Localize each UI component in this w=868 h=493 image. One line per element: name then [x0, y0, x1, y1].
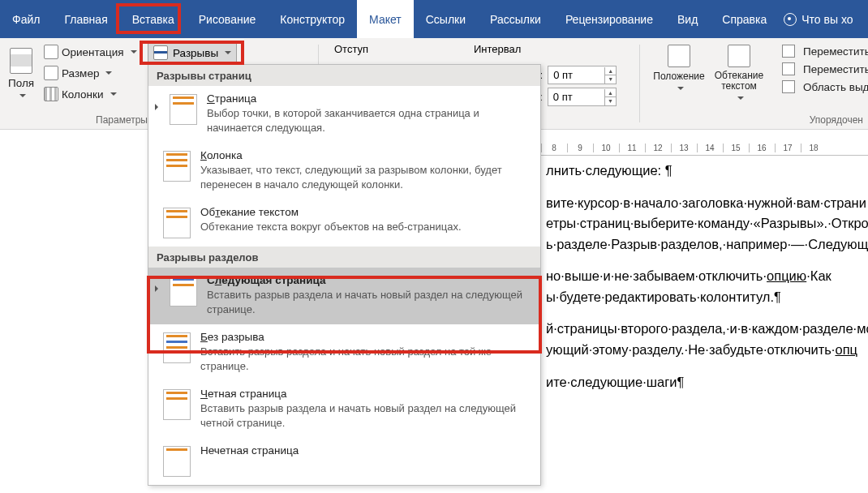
send-backward-icon	[782, 62, 795, 75]
page-break-icon	[170, 94, 197, 125]
tab-insert[interactable]: Вставка	[120, 0, 187, 38]
section-even-desc: Вставить разрыв раздела и начать новый р…	[200, 401, 529, 430]
column-break-icon	[163, 151, 191, 182]
wrap-label: Обтекание текстом	[715, 71, 763, 92]
position-label: Положение	[653, 71, 704, 82]
orientation-button[interactable]: Ориентация	[39, 43, 142, 61]
tab-draw[interactable]: Рисование	[187, 0, 269, 38]
section-continuous-desc: Вставить разрыв раздела и начать новый р…	[200, 345, 529, 373]
doc-line: ите·следующие·шаги¶	[546, 372, 868, 393]
doc-line: но·выше·и·не·забываем·отключить·опцию·Ка…	[546, 266, 868, 307]
section-odd-page[interactable]: Нечетная страница	[148, 438, 540, 485]
break-page-title: Страница	[207, 92, 529, 105]
indent-heading: Отступ	[334, 43, 368, 55]
bring-forward-icon	[782, 45, 795, 58]
section-even-title: Четная страница	[200, 388, 529, 400]
breaks-dropdown: Разрывы страниц Страница Выбор точки, в …	[148, 64, 541, 486]
caret-right-icon	[155, 285, 161, 292]
selection-pane-label: Область выд	[803, 81, 868, 93]
breaks-label: Разрывы	[173, 47, 218, 59]
breaks-icon	[153, 45, 168, 60]
caret-right-icon	[155, 104, 161, 110]
columns-button[interactable]: Колонки	[39, 85, 142, 103]
spin-up-icon[interactable]: ▲	[604, 67, 616, 75]
position-button[interactable]: Положение	[651, 43, 707, 103]
tab-design[interactable]: Конструктор	[268, 0, 357, 38]
spacing-after-input[interactable]: 0 пт ▲▼	[548, 88, 617, 106]
section-continuous-title: Без разрыва	[200, 331, 529, 343]
spacing-after-value: 0 пт	[553, 91, 573, 103]
bring-forward-button[interactable]: Переместить	[777, 43, 868, 59]
margins-icon	[10, 48, 32, 74]
section-continuous-icon	[163, 332, 191, 363]
tab-mailings[interactable]: Рассылки	[478, 0, 553, 38]
section-next-page[interactable]: Следующая страница Вставить разрыв разде…	[148, 268, 540, 324]
section-next-icon	[170, 276, 197, 307]
dropdown-header-sections: Разрывы разделов	[148, 246, 540, 268]
spacing-before-value: 0 пт	[553, 69, 573, 81]
wrap-button[interactable]: Обтекание текстом	[711, 43, 767, 103]
break-textwrap-desc: Обтекание текста вокруг объектов на веб-…	[200, 220, 462, 234]
break-textwrap-title: Обтекание текстом	[200, 206, 462, 218]
bring-forward-label: Переместить	[803, 45, 868, 58]
margins-button[interactable]: Поля	[3, 46, 39, 101]
break-column-title: Колонка	[200, 149, 529, 161]
break-column-desc: Указывает, что текст, следующий за разры…	[200, 163, 529, 191]
tab-view[interactable]: Вид	[665, 0, 710, 38]
section-next-desc: Вставить разрыв раздела и начать новый р…	[207, 288, 529, 316]
break-column[interactable]: Колонка Указывает, что текст, следующий …	[148, 143, 540, 199]
document-area[interactable]: лнить·следующие: ¶ вите·курсор·в·начало·…	[541, 156, 868, 493]
selection-pane-icon	[782, 80, 795, 93]
spin-down-icon[interactable]: ▼	[604, 75, 616, 84]
orientation-icon	[44, 45, 58, 59]
tab-home[interactable]: Главная	[52, 0, 119, 38]
send-backward-label: Переместить	[803, 63, 868, 75]
margins-label: Поля	[8, 77, 34, 89]
lightbulb-icon	[784, 13, 797, 26]
tab-references[interactable]: Ссылки	[414, 0, 478, 38]
spin-down-icon[interactable]: ▼	[604, 97, 616, 105]
break-page[interactable]: Страница Выбор точки, в которой заканчив…	[148, 86, 540, 143]
menubar: Файл Главная Вставка Рисование Конструкт…	[0, 0, 868, 38]
size-label: Размер	[62, 67, 99, 79]
size-icon	[44, 66, 58, 80]
spin-up-icon[interactable]: ▲	[604, 89, 616, 97]
section-even-icon	[163, 389, 191, 420]
spacing-before-input[interactable]: 0 пт ▲▼	[548, 66, 617, 84]
section-next-title: Следующая страница	[207, 274, 529, 286]
horizontal-ruler[interactable]: 8910 111213 141516 1718	[541, 141, 868, 156]
position-icon	[668, 45, 690, 67]
columns-icon	[44, 87, 58, 101]
tell-me-label: Что вы хо	[801, 13, 853, 26]
arrange-group-label: Упорядочен	[646, 114, 868, 126]
textwrap-break-icon	[163, 208, 191, 238]
dropdown-header-pages: Разрывы страниц	[148, 65, 540, 86]
group-arrange: Положение Обтекание текстом Переместить …	[646, 38, 868, 129]
doc-line: й·страницы·второго·раздела,·и·в·каждом·р…	[546, 319, 868, 360]
section-even-page[interactable]: Четная страница Вставить разрыв раздела …	[148, 381, 540, 438]
doc-line: лнить·следующие: ¶	[546, 161, 868, 182]
selection-pane-button[interactable]: Область выд	[777, 79, 868, 95]
break-page-desc: Выбор точки, в которой заканчивается одн…	[207, 106, 529, 135]
tell-me[interactable]: Что вы хо	[784, 0, 853, 38]
orientation-label: Ориентация	[62, 46, 124, 58]
breaks-button[interactable]: Разрывы	[148, 43, 237, 62]
break-textwrap[interactable]: Обтекание текстом Обтекание текста вокру…	[148, 199, 540, 246]
section-odd-icon	[163, 446, 191, 477]
doc-line: вите·курсор·в·начало·заголовка·нужной·ва…	[546, 193, 868, 255]
tab-review[interactable]: Рецензирование	[553, 0, 665, 38]
columns-label: Колонки	[62, 88, 104, 101]
size-button[interactable]: Размер	[39, 64, 142, 82]
section-continuous[interactable]: Без разрыва Вставить разрыв раздела и на…	[148, 324, 540, 381]
tab-help[interactable]: Справка	[710, 0, 779, 38]
section-odd-title: Нечетная страница	[200, 444, 299, 457]
chevron-down-icon	[225, 51, 231, 58]
wrap-icon	[728, 45, 750, 67]
tab-layout[interactable]: Макет	[357, 0, 414, 38]
send-backward-button[interactable]: Переместить	[777, 61, 868, 77]
tab-file[interactable]: Файл	[0, 0, 52, 38]
spacing-heading: Интервал	[474, 43, 521, 55]
